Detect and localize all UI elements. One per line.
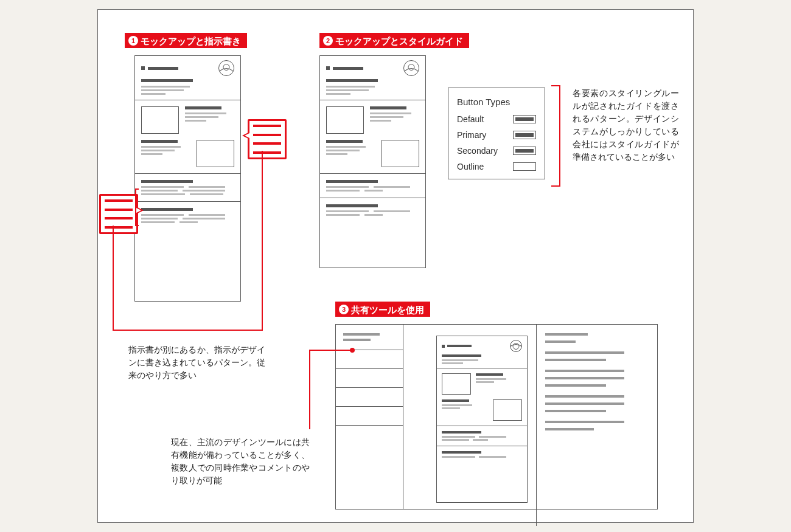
- avatar-icon: [510, 340, 522, 352]
- image-placeholder: [326, 106, 364, 134]
- annotation-bubble-2: [99, 194, 138, 234]
- caption-2: 各要素のスタイリングルールが記されたガイドを渡されるパターン。デザインシステムが…: [573, 88, 679, 164]
- button-sample-icon: [513, 147, 536, 155]
- label-3-text: 共有ツールを使用: [351, 305, 424, 314]
- styleguide-row-label: Primary: [457, 130, 486, 140]
- caption-3: 現在、主流のデザインツールには共有機能が備わっていることが多く、複数人での同時作…: [171, 437, 310, 488]
- caption-1: 指示書が別にあるか、指示がデザインに書き込まれているパターン。従来のやり方で多い: [128, 344, 265, 382]
- label-1-number-icon: 1: [128, 36, 138, 46]
- styleguide-row-secondary: Secondary: [457, 146, 536, 156]
- logo-placeholder: [333, 67, 363, 70]
- label-1-text: モックアップと指示書き: [141, 36, 241, 46]
- design-tool-frame: [335, 324, 658, 510]
- image-placeholder: [141, 106, 179, 134]
- styleguide-title: Button Types: [457, 97, 536, 107]
- mockup-2: [319, 55, 426, 268]
- annotation-bubble-1: [248, 119, 287, 159]
- styleguide-row-label: Outline: [457, 162, 484, 171]
- text-block-target: [135, 174, 240, 201]
- button-sample-icon: [513, 162, 536, 171]
- avatar-icon: [403, 60, 419, 76]
- page: 1 モックアップと指示書き: [0, 0, 791, 532]
- label-2-text: モックアップとスタイルガイド: [335, 36, 463, 46]
- styleguide-row-outline: Outline: [457, 162, 536, 171]
- button-sample-icon: [513, 131, 536, 139]
- styleguide-row-label: Secondary: [457, 146, 498, 156]
- logo-placeholder: [148, 67, 178, 70]
- image-placeholder: [382, 140, 419, 167]
- mockup-1: [134, 55, 241, 302]
- label-1: 1 モックアップと指示書き: [125, 33, 247, 48]
- menu-icon: [141, 66, 145, 70]
- avatar-icon: [218, 60, 234, 76]
- styleguide-row-default: Default: [457, 114, 536, 124]
- image-placeholder: [197, 140, 234, 167]
- styleguide-row-label: Default: [457, 114, 484, 124]
- button-sample-icon: [513, 115, 536, 123]
- label-3-number-icon: 3: [339, 305, 349, 314]
- label-2: 2 モックアップとスタイルガイド: [319, 33, 469, 48]
- label-3: 3 共有ツールを使用: [335, 302, 430, 317]
- diagram-frame: 1 モックアップと指示書き: [97, 9, 694, 523]
- label-2-number-icon: 2: [323, 36, 333, 46]
- menu-icon: [326, 66, 330, 70]
- embedded-mockup: [436, 336, 528, 503]
- menu-icon: [442, 345, 445, 348]
- styleguide-card: Button Types Default Primary Secondary O…: [448, 88, 545, 179]
- styleguide-row-primary: Primary: [457, 130, 536, 140]
